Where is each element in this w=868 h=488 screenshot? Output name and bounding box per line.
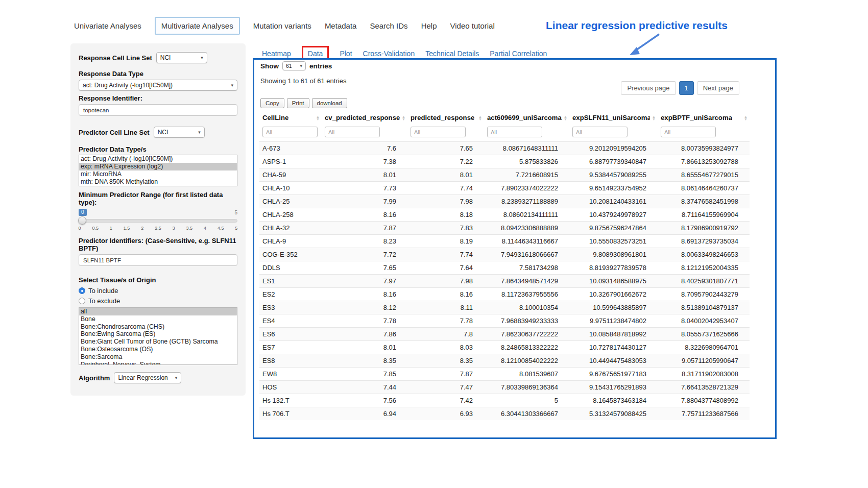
slider-handle[interactable]	[78, 216, 86, 225]
value-cell: 7.87	[407, 368, 484, 381]
predictor-data-types-listbox[interactable]: act: Drug Activity (-log10[IC50M]) exp: …	[79, 155, 237, 186]
predictor-identifiers-input[interactable]	[79, 254, 237, 266]
chevron-down-icon: ▾	[201, 55, 203, 60]
radio-to-exclude[interactable]: To exclude	[79, 297, 237, 305]
sidebar: Response Cell Line Set NCI ▾ Response Da…	[70, 43, 246, 396]
results-tab[interactable]: Plot	[340, 50, 352, 58]
export-button[interactable]: Print	[287, 98, 309, 108]
results-tab[interactable]: Cross-Validation	[363, 50, 415, 58]
column-filter-input[interactable]	[661, 127, 716, 137]
listbox-option[interactable]: act: Drug Activity (-log10[IC50M])	[79, 155, 237, 163]
column-header[interactable]: cv_predicted_response ▲ ▼	[322, 111, 407, 125]
page-length-select[interactable]: 61 ▾	[282, 61, 306, 70]
response-cell-line-set-select[interactable]: NCI ▾	[156, 52, 207, 63]
radio-to-exclude-label: To exclude	[88, 297, 120, 305]
sort-icon[interactable]: ▲ ▼	[316, 115, 320, 120]
cellline-cell: CHA-59	[259, 168, 322, 182]
nav-tab[interactable]: Univariate Analyses	[74, 21, 141, 30]
nav-tab[interactable]: Multivariate Analyses	[155, 17, 240, 35]
radio-to-include[interactable]: To include	[79, 287, 237, 295]
value-cell: 8.35	[407, 354, 484, 368]
sort-icon[interactable]: ▲ ▼	[478, 115, 482, 120]
sort-icon[interactable]: ▲ ▼	[652, 115, 656, 120]
column-header[interactable]: CellLine ▲ ▼	[259, 111, 322, 125]
value-cell: 9.05711205990647	[658, 354, 750, 368]
listbox-option[interactable]: Bone:Ewing Sarcoma (ES)	[79, 330, 237, 338]
listbox-option[interactable]: mir: MicroRNA	[79, 170, 237, 178]
cellline-cell: CHLA-32	[259, 222, 322, 235]
results-tab[interactable]: Technical Details	[425, 50, 479, 58]
column-filter-input[interactable]	[411, 127, 466, 137]
sort-icon[interactable]: ▲ ▼	[564, 115, 567, 120]
nav-tab[interactable]: Metadata	[325, 21, 357, 30]
response-cell-line-set-label: Response Cell Line Set	[79, 54, 152, 62]
sort-icon[interactable]: ▲ ▼	[744, 115, 748, 120]
listbox-option[interactable]: exp: mRNA Expression (log2)	[79, 163, 237, 170]
radio-checked-icon[interactable]	[79, 287, 85, 294]
pagination: Previous page 1 Next page	[621, 81, 739, 95]
current-page-button[interactable]: 1	[679, 81, 694, 95]
cellline-cell: CHLA-10	[259, 182, 322, 195]
column-header[interactable]: expSLFN11_uniSarcoma ▲ ▼	[569, 111, 658, 125]
export-button[interactable]: Copy	[260, 98, 284, 108]
sort-desc-icon: ▼	[744, 118, 748, 120]
value-cell: 7.99	[322, 195, 407, 208]
slider-tick-label: 5	[232, 226, 241, 231]
cellline-cell: Hs 132.T	[259, 394, 322, 407]
slider-tick-label: 2	[138, 226, 147, 231]
sort-icon[interactable]: ▲ ▼	[402, 115, 405, 120]
value-cell: 7.581734298	[484, 261, 569, 275]
previous-page-button[interactable]: Previous page	[621, 81, 676, 95]
listbox-option[interactable]: Bone:Giant Cell Tumor of Bone (GCTB) Sar…	[79, 338, 237, 346]
listbox-option[interactable]: Bone:Chondrosarcoma (CHS)	[79, 323, 237, 331]
response-data-type-select[interactable]: act: Drug Activity (-log10[IC50M]) ▾	[79, 80, 237, 91]
value-cell: 8.18	[407, 208, 484, 222]
nav-tab[interactable]: Search IDs	[370, 21, 407, 30]
response-identifier-input[interactable]	[79, 104, 237, 116]
table-row: CHLA-10 7.73 7.74 7.89023374022222 9.651…	[259, 182, 750, 195]
value-cell: 9.8089308961801	[569, 248, 658, 261]
slider-track[interactable]	[79, 219, 237, 223]
column-header[interactable]: act609699_uniSarcoma ▲ ▼	[484, 111, 569, 125]
table-row: ES4 7.78 7.78 7.96883949233333 9.9751123…	[259, 314, 750, 328]
column-header[interactable]: predicted_response ▲ ▼	[407, 111, 484, 125]
export-button[interactable]: download	[312, 98, 347, 108]
listbox-option[interactable]: mth: DNA 850K Methylation	[79, 178, 237, 186]
algorithm-select[interactable]: Linear Regression ▾	[114, 372, 181, 383]
listbox-option[interactable]: Bone:Osteosarcoma (OS)	[79, 346, 237, 353]
results-tab[interactable]: Partial Correlation	[490, 50, 547, 58]
nav-tab[interactable]: Mutation variants	[253, 21, 311, 30]
value-cell: 8.16	[407, 288, 484, 301]
tissue-listbox[interactable]: all Bone Bone:Chondrosarcoma (CHS) Bone:…	[79, 307, 237, 365]
listbox-option[interactable]: Bone:Sarcoma	[79, 353, 237, 361]
value-cell: 7.74	[407, 248, 484, 261]
value-cell: 8.06146464260737	[658, 182, 750, 195]
column-filter-input[interactable]	[572, 127, 628, 137]
nav-tab[interactable]: Video tutorial	[450, 21, 494, 30]
nav-tab[interactable]: Help	[421, 21, 437, 30]
value-cell: 7.87	[322, 222, 407, 235]
radio-unchecked-icon[interactable]	[79, 298, 85, 304]
listbox-option[interactable]: Peripheral_Nervous_System	[79, 361, 237, 365]
value-cell: 6.93	[407, 407, 484, 421]
column-filter-input[interactable]	[325, 127, 380, 137]
table-filter-row	[259, 125, 750, 142]
value-cell: 8.23	[322, 235, 407, 248]
min-predictor-range-slider[interactable]: 0 5 0 0.5 1 1.5 2 2.5 3 3.5 4	[79, 209, 237, 232]
predictor-cell-line-set-select[interactable]: NCI ▾	[154, 127, 205, 138]
value-cell: 8.17986900919792	[658, 222, 750, 235]
next-page-button[interactable]: Next page	[697, 81, 739, 95]
value-cell: 8.71164155969904	[658, 208, 750, 222]
value-cell: 7.64	[407, 261, 484, 275]
column-filter-input[interactable]	[487, 127, 542, 137]
table-body: A-673 7.6 7.65 8.08671648311111 9.201209…	[259, 142, 750, 421]
listbox-option[interactable]: Bone	[79, 315, 237, 323]
column-header[interactable]: expBPTF_uniSarcoma ▲ ▼	[658, 111, 750, 125]
value-cell: 8.09423306888889	[484, 222, 569, 235]
value-cell: 7.38	[322, 155, 407, 168]
results-tab[interactable]: Heatmap	[262, 50, 291, 58]
value-cell: 10.7278174430127	[569, 341, 658, 354]
column-filter-input[interactable]	[262, 127, 318, 137]
listbox-option[interactable]: all	[79, 308, 237, 315]
predictor-cell-line-set-label: Predictor Cell Line Set	[79, 129, 150, 136]
